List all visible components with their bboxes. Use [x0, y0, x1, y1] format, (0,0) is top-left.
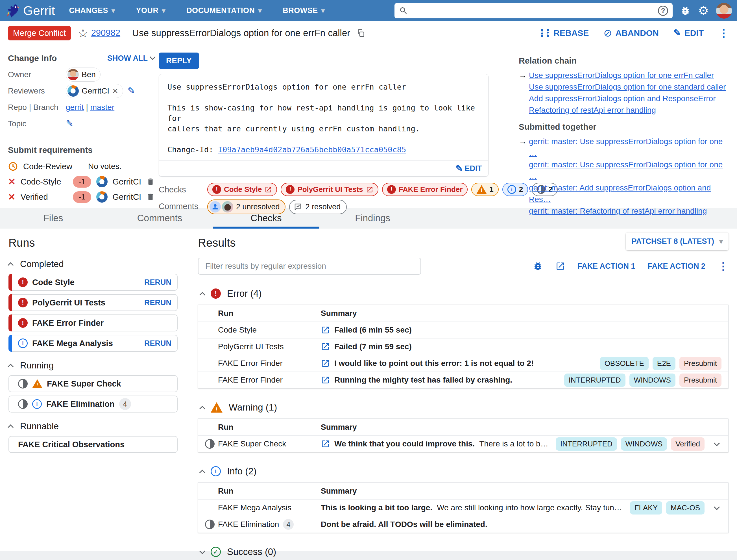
runnable-section-header[interactable]: Runnable: [8, 421, 187, 431]
expand-row-icon[interactable]: [712, 442, 721, 446]
star-icon[interactable]: [78, 26, 88, 40]
rerun-button[interactable]: RERUN: [144, 298, 171, 307]
menu-documentation[interactable]: DOCUMENTATION: [186, 6, 262, 15]
menu-your[interactable]: YOUR: [136, 6, 166, 15]
result-row[interactable]: FAKE Mega Analysis This is looking a bit…: [198, 499, 728, 516]
run-name: FAKE Error Finder: [32, 318, 104, 328]
relation-link[interactable]: Use suppressErrorDialogs option for one …: [529, 70, 714, 81]
running-section-header[interactable]: Running: [8, 360, 187, 371]
remove-reviewer-icon[interactable]: [112, 87, 118, 95]
result-row[interactable]: PolyGerrit UI Tests Failed (7 min 59 sec…: [198, 338, 728, 355]
patchset-dropdown[interactable]: PATCHSET 8 (LATEST): [626, 233, 729, 250]
menu-browse[interactable]: BROWSE: [283, 6, 325, 15]
submitted-link[interactable]: gerrit: master: Use suppressErrorDialogs…: [529, 159, 730, 182]
external-link-icon[interactable]: [321, 325, 330, 335]
reviewer-chip[interactable]: GerritCI: [66, 84, 123, 98]
submitted-link[interactable]: gerrit: master: Refactoring of restApi e…: [529, 205, 707, 217]
gerrit-logo-icon[interactable]: [5, 3, 21, 19]
tab-findings[interactable]: Findings: [320, 208, 426, 229]
chevron-up-icon: [199, 470, 205, 476]
owner-chip[interactable]: Ben: [66, 68, 101, 82]
fake-action-1-button[interactable]: FAKE ACTION 1: [577, 262, 635, 271]
check-chip-polygerrit[interactable]: PolyGerrit UI Tests: [281, 183, 378, 196]
branch-link[interactable]: master: [90, 103, 115, 112]
success-section-header[interactable]: Success (0): [198, 546, 729, 557]
abandon-button[interactable]: ABANDON: [603, 28, 659, 38]
check-chip-code-style[interactable]: Code Style: [207, 183, 277, 196]
copy-icon[interactable]: [357, 29, 366, 38]
run-item-fake-critical-observations[interactable]: FAKE Critical Observations: [8, 436, 178, 453]
relation-link[interactable]: Use suppressErrorDialogs option for one …: [529, 81, 726, 93]
repo-link[interactable]: gerrit: [66, 103, 84, 112]
tag: INTERRUPTED: [564, 374, 625, 387]
tab-comments[interactable]: Comments: [107, 208, 213, 229]
external-link-icon[interactable]: [321, 439, 330, 448]
run-item-fake-super-check[interactable]: FAKE Super Check: [8, 375, 178, 392]
rebase-button[interactable]: REBASE: [540, 28, 589, 38]
fake-action-2-button[interactable]: FAKE ACTION 2: [647, 262, 705, 271]
change-id-link[interactable]: I09a7aeb9a4d02ab726a56bebb00a571cca050c8…: [218, 145, 406, 154]
result-row[interactable]: FAKE Error Finder Running the mighty tes…: [198, 372, 728, 388]
tab-checks[interactable]: Checks: [213, 208, 320, 229]
repo-branch-separator: |: [86, 103, 88, 112]
result-row[interactable]: Code Style Failed (6 min 55 sec): [198, 322, 728, 338]
run-item-fake-elimination[interactable]: FAKE Elimination 4: [8, 396, 178, 413]
tab-files[interactable]: Files: [0, 208, 107, 229]
more-options-icon[interactable]: [718, 28, 729, 39]
relation-link[interactable]: Refactoring of restApi error handling: [529, 104, 656, 116]
error-section-header[interactable]: Error (4): [198, 288, 729, 299]
run-item-polygerrit-ui-tests[interactable]: PolyGerrit UI Tests RERUN: [8, 294, 178, 311]
commit-message: Use suppressErrorDialogs option for one …: [159, 74, 488, 160]
edit-reviewers-icon[interactable]: [128, 86, 135, 96]
relation-chain-item: Refactoring of restApi error handling: [519, 104, 730, 116]
result-row[interactable]: FAKE Error Finder I would like to point …: [198, 355, 728, 372]
show-all-button[interactable]: SHOW ALL: [107, 54, 155, 63]
completed-section-header[interactable]: Completed: [8, 259, 187, 269]
edit-commit-button[interactable]: EDIT: [455, 164, 482, 173]
reply-button[interactable]: REPLY: [159, 53, 199, 69]
external-link-icon[interactable]: [321, 375, 330, 385]
help-icon[interactable]: [658, 6, 668, 16]
delete-vote-icon[interactable]: [146, 193, 155, 201]
rerun-button[interactable]: RERUN: [144, 278, 171, 287]
commit-column: REPLY Use suppressErrorDialogs option fo…: [155, 50, 498, 208]
filter-input[interactable]: [198, 258, 421, 275]
run-item-code-style[interactable]: Code Style RERUN: [8, 274, 178, 291]
run-item-fake-mega-analysis[interactable]: FAKE Mega Analysis RERUN: [8, 335, 178, 352]
search-input[interactable]: [412, 6, 654, 16]
external-link-icon[interactable]: [321, 342, 330, 351]
run-name: FAKE Mega Analysis: [32, 339, 113, 348]
brand-title[interactable]: Gerrit: [23, 3, 55, 18]
external-link-icon[interactable]: [321, 359, 330, 368]
external-link-icon[interactable]: [555, 261, 565, 271]
warning-section-header[interactable]: Warning (1): [198, 402, 729, 413]
menu-changes[interactable]: CHANGES: [69, 6, 115, 15]
bug-report-icon[interactable]: [680, 5, 691, 16]
result-row[interactable]: FAKE Super Check We think that you could…: [198, 435, 728, 452]
submitted-link[interactable]: gerrit: master: Use suppressErrorDialogs…: [529, 136, 730, 159]
relation-link[interactable]: Add suppressErrorDialogs option and Resp…: [529, 93, 716, 104]
tag: Presubmit: [679, 374, 721, 387]
edit-topic-icon[interactable]: [66, 119, 73, 129]
bug-report-icon[interactable]: [533, 261, 543, 271]
rerun-button[interactable]: RERUN: [144, 339, 171, 348]
gear-icon[interactable]: [698, 5, 709, 17]
fail-icon: [8, 192, 16, 202]
delete-vote-icon[interactable]: [146, 177, 155, 186]
expand-row-icon[interactable]: [712, 506, 721, 510]
submitted-together-item: gerrit: master: Add suppressErrorDialogs…: [519, 182, 730, 205]
run-item-fake-error-finder[interactable]: FAKE Error Finder: [8, 314, 178, 331]
verified-requirement: Verified -1 GerritCI: [8, 189, 155, 205]
user-avatar[interactable]: [716, 3, 732, 19]
change-info-heading: Change Info: [8, 53, 57, 63]
submitted-link[interactable]: gerrit: master: Add suppressErrorDialogs…: [529, 182, 730, 205]
edit-button[interactable]: EDIT: [673, 28, 704, 38]
more-options-icon[interactable]: [718, 261, 729, 272]
run-column-header: Run: [218, 309, 321, 318]
warning-count-chip[interactable]: 1: [471, 183, 498, 196]
result-row[interactable]: FAKE Elimination4 Dont be afraid. All TO…: [198, 516, 728, 533]
change-number-link[interactable]: 290982: [91, 28, 120, 38]
info-section-header[interactable]: Info (2): [198, 466, 729, 477]
topic-row: Topic: [8, 116, 155, 132]
check-chip-error-finder[interactable]: FAKE Error Finder: [382, 183, 468, 196]
